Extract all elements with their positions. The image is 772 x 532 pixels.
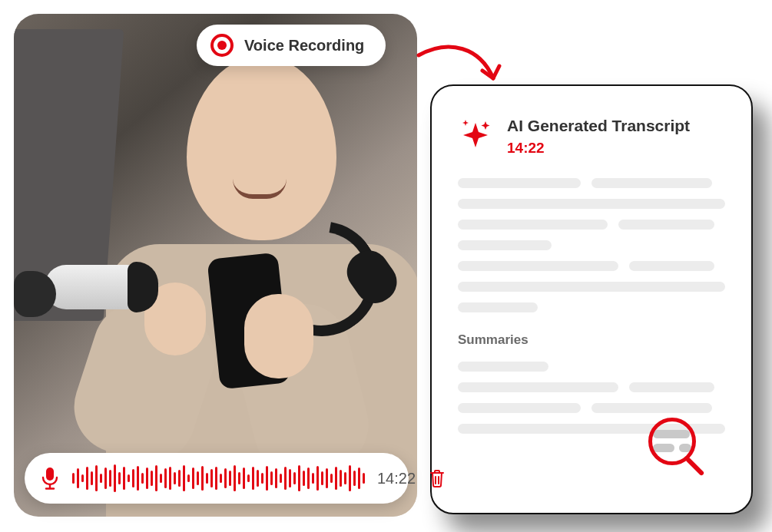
voice-recording-pill: Voice Recording (197, 25, 386, 66)
record-icon (210, 34, 234, 57)
transcript-body-placeholder (458, 178, 725, 312)
photo-illustration (14, 14, 417, 517)
flow-arrow-icon (415, 40, 507, 94)
transcript-title: AI Generated Transcript (507, 117, 690, 135)
ai-sparkle-icon (458, 117, 493, 152)
audio-recording-bar: 14:22 (25, 453, 409, 504)
transcript-timestamp: 14:22 (507, 140, 690, 157)
voice-recording-label: Voice Recording (244, 37, 364, 55)
microphone-icon[interactable] (40, 467, 60, 490)
audio-timestamp: 14:22 (377, 470, 416, 487)
transcript-card: AI Generated Transcript 14:22 Summaries (430, 84, 753, 514)
svg-rect-0 (46, 468, 54, 481)
magnifier-icon (648, 418, 708, 477)
summaries-heading: Summaries (458, 332, 725, 348)
recording-photo-card (14, 14, 417, 517)
delete-icon[interactable] (428, 468, 446, 488)
audio-waveform[interactable] (72, 464, 365, 492)
